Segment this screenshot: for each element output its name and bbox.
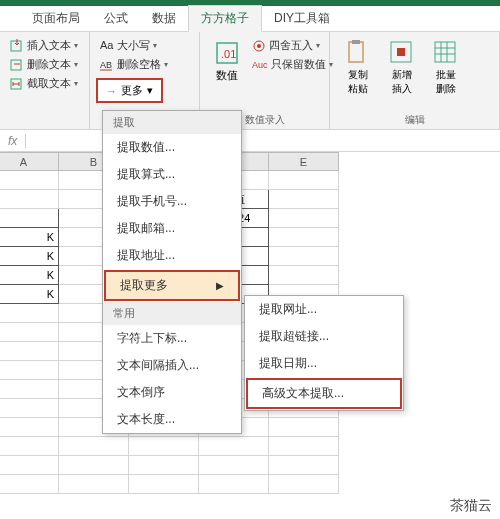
extract-menu: 提取 提取数值... 提取算式... 提取手机号... 提取邮箱... 提取地址… (102, 110, 242, 434)
extract-phone-item[interactable]: 提取手机号... (103, 188, 241, 215)
cut-text-button[interactable]: 截取文本▾ (6, 74, 83, 93)
text-reverse-item[interactable]: 文本倒序 (103, 379, 241, 406)
batch-delete-button[interactable]: 批量删除 (424, 36, 468, 100)
cell-k[interactable]: K (0, 266, 59, 285)
extract-email-item[interactable]: 提取邮箱... (103, 215, 241, 242)
svg-rect-0 (11, 41, 21, 51)
extract-formula-item[interactable]: 提取算式... (103, 161, 241, 188)
extract-more-item[interactable]: 提取更多▶ (104, 270, 240, 301)
tab-formula[interactable]: 公式 (92, 6, 140, 31)
col-e[interactable]: E (269, 153, 339, 171)
new-insert-button[interactable]: 新增插入 (380, 36, 424, 100)
number-icon: .01 (214, 40, 240, 66)
case-button[interactable]: Aa 大小写▾ (96, 36, 193, 55)
extract-more-submenu: 提取网址... 提取超链接... 提取日期... 高级文本提取... (244, 295, 404, 411)
cell-k[interactable]: K (0, 228, 59, 247)
extract-date-item[interactable]: 提取日期... (245, 350, 403, 377)
menu-header-extract: 提取 (103, 111, 241, 134)
advanced-text-extract-item[interactable]: 高级文本提取... (246, 378, 402, 409)
delete-text-icon (10, 58, 24, 72)
text-interval-item[interactable]: 文本间隔插入... (103, 352, 241, 379)
svg-text:.01: .01 (221, 48, 236, 60)
svg-point-7 (257, 44, 261, 48)
svg-rect-12 (435, 42, 455, 62)
keep-number-button[interactable]: Auc 只保留数值▾ (248, 55, 337, 74)
fx-icon[interactable]: fx (8, 134, 26, 148)
cell-k[interactable]: K (0, 285, 59, 304)
ribbon: 插入文本▾ 删除文本▾ 截取文本▾ Aa 大小写▾ AB 删除空格▾ → 更多▾… (0, 32, 500, 130)
cut-text-icon (10, 77, 24, 91)
svg-rect-11 (397, 48, 405, 56)
menu-header-common: 常用 (103, 302, 241, 325)
more-button[interactable]: → 更多▾ (96, 78, 163, 103)
extract-number-item[interactable]: 提取数值... (103, 134, 241, 161)
text-length-item[interactable]: 文本长度... (103, 406, 241, 433)
round-button[interactable]: 四舍五入▾ (248, 36, 337, 55)
insert-text-icon (10, 39, 24, 53)
extract-hyperlink-item[interactable]: 提取超链接... (245, 323, 403, 350)
delete-space-button[interactable]: AB 删除空格▾ (96, 55, 193, 74)
chevron-right-icon: ▶ (216, 280, 224, 291)
extract-address-item[interactable]: 提取地址... (103, 242, 241, 269)
svg-rect-8 (349, 42, 363, 62)
col-a[interactable]: A (0, 153, 59, 171)
svg-text:AB: AB (100, 60, 112, 70)
copy-paste-button[interactable]: 复制粘贴 (336, 36, 380, 100)
insert-icon (389, 40, 415, 66)
subscript-item[interactable]: 字符上下标... (103, 325, 241, 352)
tab-data[interactable]: 数据 (140, 6, 188, 31)
svg-rect-9 (352, 40, 360, 44)
watermark: 茶猫云 (450, 497, 492, 515)
delete-space-icon: AB (100, 58, 114, 72)
formula-bar[interactable]: fx (0, 130, 500, 152)
ribbon-tabs: 页面布局 公式 数据 方方格子 DIY工具箱 (0, 6, 500, 32)
tab-fanggezi[interactable]: 方方格子 (188, 5, 262, 32)
svg-rect-1 (11, 60, 21, 70)
number-button[interactable]: .01 数值 (206, 36, 248, 87)
group-label-edit: 编辑 (336, 111, 493, 129)
clipboard-icon (345, 40, 371, 66)
cell-k[interactable]: K (0, 247, 59, 266)
round-icon (252, 39, 266, 53)
tab-page-layout[interactable]: 页面布局 (20, 6, 92, 31)
extract-url-item[interactable]: 提取网址... (245, 296, 403, 323)
grid-delete-icon (433, 40, 459, 66)
tab-diy[interactable]: DIY工具箱 (262, 6, 342, 31)
insert-text-button[interactable]: 插入文本▾ (6, 36, 83, 55)
delete-text-button[interactable]: 删除文本▾ (6, 55, 83, 74)
